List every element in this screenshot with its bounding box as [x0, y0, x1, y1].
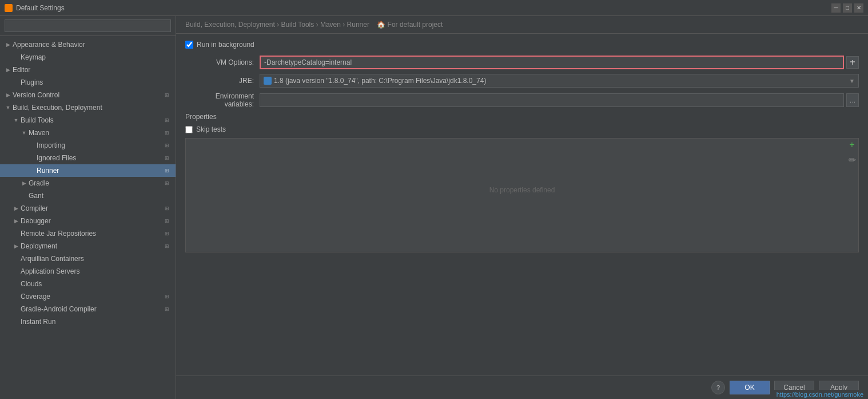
content-body: Run in background VM Options: JRE:: [176, 34, 868, 376]
sidebar-item-remote-jar-repos[interactable]: Remote Jar Repositories ⊞: [0, 227, 176, 240]
sidebar-item-debugger[interactable]: ▶ Debugger ⊞: [0, 215, 176, 227]
sidebar-item-ignored-files[interactable]: Ignored Files ⊞: [0, 152, 176, 164]
arrow-icon: ▶: [13, 243, 19, 250]
run-in-background-checkbox[interactable]: [185, 41, 193, 49]
skip-tests-checkbox[interactable]: [185, 126, 193, 133]
sidebar-item-runner[interactable]: Runner ⊞: [0, 164, 176, 177]
main-container: ▶ Appearance & Behavior Keymap ▶ Editor …: [0, 16, 868, 399]
vm-options-expand-button[interactable]: [846, 56, 859, 69]
jre-select[interactable]: 1.8 (java version "1.8.0_74", path: C:\P…: [260, 74, 859, 88]
sidebar-item-build-tools[interactable]: ▼ Build Tools ⊞: [0, 114, 176, 127]
expand-icon: [850, 60, 855, 65]
status-url: https://blog.csdn.net/gunsmoke: [772, 390, 868, 399]
sidebar-item-label: Build, Execution, Deployment: [13, 104, 171, 112]
breadcrumb-path: Build, Execution, Deployment › Build Too…: [185, 21, 369, 29]
properties-title: Properties: [185, 113, 859, 121]
sidebar-item-label: Build Tools: [21, 116, 163, 124]
sidebar-item-plugins[interactable]: Plugins: [0, 76, 176, 89]
action-icon: ⊞: [163, 154, 171, 162]
sidebar-item-appearance-behavior[interactable]: ▶ Appearance & Behavior: [0, 38, 176, 51]
arrow-placeholder: [29, 155, 35, 161]
search-box: [0, 16, 176, 36]
action-icon: ⊞: [163, 179, 171, 187]
arrow-placeholder: [13, 268, 19, 275]
vm-options-row: VM Options:: [185, 56, 859, 69]
action-icon: ⊞: [163, 242, 171, 250]
sidebar-item-build-execution-deployment[interactable]: ▼ Build, Execution, Deployment: [0, 101, 176, 114]
arrow-placeholder: [13, 306, 19, 313]
arrow-placeholder: [13, 230, 19, 237]
properties-section: Properties Skip tests No properties defi…: [185, 113, 859, 252]
action-icon: ⊞: [163, 116, 171, 124]
arrow-placeholder: [29, 142, 35, 149]
jre-value: 1.8 (java version "1.8.0_74", path: C:\P…: [274, 77, 486, 85]
title-bar: Default Settings ─ □ ✕: [0, 0, 868, 16]
sidebar-item-arquillian-containers[interactable]: Arquillian Containers: [0, 252, 176, 265]
env-variables-browse-button[interactable]: …: [846, 93, 859, 107]
sidebar-item-label: Debugger: [21, 217, 163, 225]
close-button[interactable]: ✕: [854, 3, 863, 13]
help-button[interactable]: ?: [711, 381, 725, 394]
search-input[interactable]: [5, 19, 171, 32]
jre-label: JRE:: [185, 77, 260, 85]
bottom-bar: ? OK Cancel Apply: [176, 376, 868, 399]
jre-control: 1.8 (java version "1.8.0_74", path: C:\P…: [260, 74, 859, 88]
sidebar-item-gradle-android-compiler[interactable]: Gradle-Android Compiler ⊞: [0, 303, 176, 315]
sidebar-item-deployment[interactable]: ▶ Deployment ⊞: [0, 240, 176, 252]
action-icon: ⊞: [163, 305, 171, 313]
sidebar-item-label: Version Control: [13, 91, 163, 99]
vm-options-control: [260, 56, 859, 69]
arrow-icon: ▶: [5, 41, 11, 48]
arrow-icon: ▶: [13, 218, 19, 224]
minimize-button[interactable]: ─: [831, 3, 841, 13]
arrow-placeholder: [13, 54, 19, 61]
env-variables-control: …: [260, 93, 859, 107]
sidebar-item-label: Coverage: [21, 293, 163, 301]
jre-select-text: 1.8 (java version "1.8.0_74", path: C:\P…: [264, 77, 486, 85]
sidebar-item-label: Instant Run: [21, 318, 171, 326]
sidebar-item-label: Plugins: [21, 78, 171, 86]
sidebar-item-maven[interactable]: ▼ Maven ⊞: [0, 127, 176, 139]
sidebar-item-label: Remote Jar Repositories: [21, 230, 163, 238]
sidebar-item-version-control[interactable]: ▶ Version Control ⊞: [0, 89, 176, 101]
action-icon: ⊞: [163, 167, 171, 175]
vm-options-input[interactable]: [260, 56, 844, 69]
add-property-button[interactable]: +: [845, 138, 859, 152]
arrow-icon: ▶: [5, 92, 11, 98]
breadcrumb: Build, Execution, Deployment › Build Too…: [176, 16, 868, 34]
skip-tests-row: Skip tests: [185, 125, 859, 133]
env-variables-label: Environment variables:: [185, 92, 260, 108]
maximize-button[interactable]: □: [843, 3, 852, 13]
arrow-icon: ▼: [13, 117, 19, 124]
sidebar-item-coverage[interactable]: Coverage ⊞: [0, 290, 176, 303]
arrow-placeholder: [29, 167, 35, 174]
arrow-placeholder: [13, 318, 19, 325]
sidebar-item-instant-run[interactable]: Instant Run: [0, 315, 176, 328]
sidebar-item-label: Deployment: [21, 242, 163, 250]
env-variables-row: Environment variables: …: [185, 92, 859, 108]
arrow-icon: ▶: [21, 180, 27, 187]
side-buttons: + ✏: [845, 138, 859, 167]
sidebar-item-importing[interactable]: Importing ⊞: [0, 139, 176, 152]
sidebar-item-label: Clouds: [21, 280, 171, 288]
sidebar-item-application-servers[interactable]: Application Servers: [0, 265, 176, 278]
env-variables-input[interactable]: [260, 93, 844, 107]
arrow-placeholder: [21, 192, 27, 199]
ok-button[interactable]: OK: [730, 381, 770, 394]
breadcrumb-project-indicator: 🏠 For default project: [377, 21, 443, 29]
action-icon: ⊞: [163, 217, 171, 225]
run-in-background-label[interactable]: Run in background: [197, 41, 254, 49]
skip-tests-label[interactable]: Skip tests: [196, 125, 226, 133]
chevron-down-icon: ▼: [849, 78, 855, 84]
sidebar-item-editor[interactable]: ▶ Editor: [0, 64, 176, 76]
arrow-icon: ▼: [5, 104, 11, 111]
jre-row: JRE: 1.8 (java version "1.8.0_74", path:…: [185, 74, 859, 88]
sidebar-item-clouds[interactable]: Clouds: [0, 278, 176, 290]
sidebar-item-gant[interactable]: Gant: [0, 189, 176, 202]
arrow-icon: ▶: [13, 205, 19, 212]
sidebar-item-gradle[interactable]: ▶ Gradle ⊞: [0, 177, 176, 189]
sidebar-item-compiler[interactable]: ▶ Compiler ⊞: [0, 202, 176, 215]
edit-property-button[interactable]: ✏: [845, 153, 859, 167]
sidebar-item-keymap[interactable]: Keymap: [0, 51, 176, 64]
action-icon: ⊞: [163, 91, 171, 99]
